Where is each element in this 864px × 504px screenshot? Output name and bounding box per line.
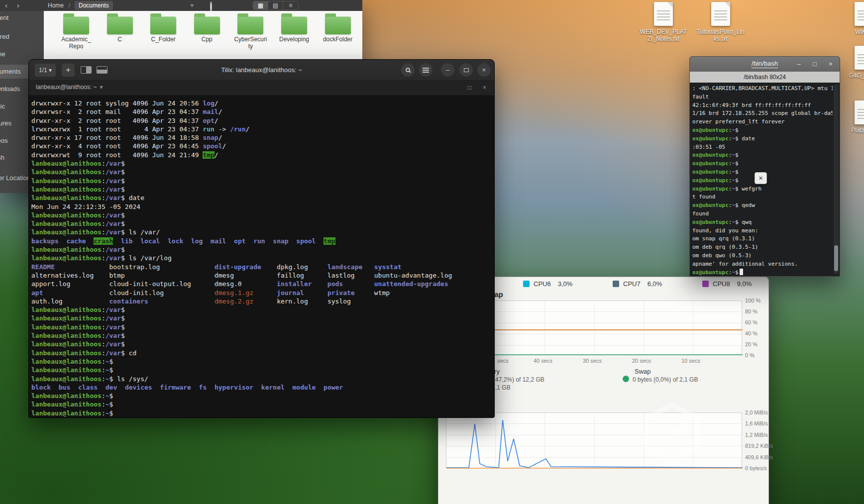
breadcrumb-current[interactable]: Documents <box>75 1 113 10</box>
folder-label: dockFolder <box>321 36 355 43</box>
terminal-line: lanbeaux@lanithoos:/var$ <box>31 245 494 254</box>
folder-icon <box>150 16 176 34</box>
desktop-icon-platzi-no[interactable]: Platzi_No <box>839 101 864 134</box>
memory-cache-value: ,1 GB <box>495 384 511 391</box>
minimize-button[interactable]: – <box>441 63 454 77</box>
view-list-button[interactable]: ▤ <box>268 1 283 9</box>
folder-label: Developing <box>277 36 311 43</box>
cpu-percent-value: 3,0% <box>558 280 573 288</box>
terminal-line: om deb qrq (0.3.5-1) <box>692 243 833 252</box>
terminal-line: t found <box>692 193 833 202</box>
terminal-line: README bootstrap.log dist-upgrade dpkg.l… <box>31 263 494 271</box>
maximize-button[interactable]: □ <box>810 59 820 69</box>
maximize-button[interactable] <box>459 63 473 77</box>
desktop-icon-wiki-l[interactable]: WIKI-L <box>839 2 864 35</box>
bash-window: /bin/bash – □ × /bin/bash 80x24 : <NO-CA… <box>689 56 840 277</box>
folder-developing[interactable]: Developing <box>273 13 316 43</box>
scrollbar[interactable] <box>834 85 839 274</box>
hamburger-menu-icon <box>423 70 429 71</box>
bash-size-indicator: /bin/bash 80x24 <box>690 72 840 83</box>
memory-chart-x-label: 40 secs <box>534 358 552 364</box>
network-chart-y-label: 1,6 MiB/s <box>745 420 768 426</box>
search-icon[interactable] <box>210 2 212 11</box>
folder-cpp[interactable]: Cpp <box>186 13 228 43</box>
terminal-line: lanbeaux@lanithoos:~$ ls /sys/ <box>31 375 494 383</box>
terminal-line: 1/16 brd 172.18.255.255 scope global br-… <box>692 109 833 118</box>
terminal-line: orever preferred_lft forever <box>692 118 833 126</box>
terminal-line: lanbeaux@lanithoos:/var$ <box>31 314 494 322</box>
terminal-line: block bus class dev devices firmware fs … <box>31 383 494 392</box>
folder-cybersecurity[interactable]: CyberSecurity <box>229 13 272 50</box>
terminal-line: fault <box>692 93 833 101</box>
new-tab-button[interactable]: + <box>190 1 194 9</box>
memory-chart-y-label: 40 % <box>745 330 757 336</box>
session-close-button[interactable]: × <box>483 84 486 91</box>
desktop-icon-label: WIKI-L <box>839 28 864 35</box>
desktop-icon-label: Platzi_No <box>839 127 864 134</box>
tilix-titlebar[interactable]: 1/1 ▾ + Tilix: lanbeaux@lanithoos: ~ – × <box>29 60 494 81</box>
cpu-legend-cpu6: CPU63,0% <box>523 280 572 288</box>
terminal-line: drwxrwsr-x 2 root mail 4096 Apr 23 04:37… <box>31 107 494 116</box>
search-button[interactable] <box>401 63 415 77</box>
folder-label: CyberSecurity <box>233 36 267 50</box>
scrollbar-thumb[interactable] <box>834 245 838 271</box>
desktop-icon-g4g-read[interactable]: G4G_Read <box>839 46 864 79</box>
minimize-button[interactable]: – <box>794 59 804 69</box>
view-grid-button[interactable]: ▦ <box>253 1 268 9</box>
terminal-line: lanbeaux@lanithoos:~$ <box>31 366 494 374</box>
terminal-line: 42:1c:6f:49:3f brd ff:ff:ff:ff:ff:ff <box>692 101 833 110</box>
text-file-icon <box>855 101 864 124</box>
folder-dockfolder[interactable]: dockFolder <box>317 13 359 43</box>
terminal-line: found, did you mean: <box>692 227 833 235</box>
terminal-line: drwxr-xr-x 2 root root 4096 Apr 23 04:37… <box>31 116 494 125</box>
memory-chart-y-label: 100 % <box>745 298 760 303</box>
swap-label: Swap <box>635 368 651 375</box>
terminal-line: lanbeaux@lanithoos:/var$ <box>31 211 494 219</box>
swap-usage-circle <box>623 376 629 382</box>
desktop-icon-tutorialspoint-links-txt[interactable]: TutorialsPoint_Links.txt <box>696 2 746 42</box>
cpu-percent-value: 9,0% <box>737 280 752 288</box>
session-tab[interactable]: lanbeaux@lanithoos: ~▾ <box>36 84 103 91</box>
folder-icon <box>281 16 307 34</box>
close-button[interactable]: × <box>826 59 836 69</box>
cpu-color-swatch <box>613 281 619 287</box>
terminal-line: lanbeaux@lanithoos:/var$ <box>31 159 494 168</box>
terminal-line: lanbeaux@lanithoos:/var$ <box>31 185 494 194</box>
menu-button[interactable] <box>419 63 432 77</box>
back-button[interactable]: ‹ <box>5 0 7 10</box>
desktop-icon-web-dev-platzi-notes-txt[interactable]: WEB_DEV_PLATZI_Notes.txt <box>639 2 688 42</box>
bash-window-titlebar[interactable]: /bin/bash – □ × <box>690 57 840 72</box>
terminal-line: ox@ubuntupc:~$ <box>692 151 833 160</box>
text-file-icon <box>654 2 673 26</box>
tilix-terminal-output[interactable]: drwxrwxr-x 12 root syslog 4096 Jun 24 20… <box>29 96 494 417</box>
network-traffic-lines <box>446 413 743 469</box>
terminal-line: apport.log cloud-init-output.log dmesg.0… <box>31 280 494 288</box>
close-button[interactable]: × <box>477 63 491 77</box>
tilix-window: 1/1 ▾ + Tilix: lanbeaux@lanithoos: ~ – ×… <box>28 59 495 418</box>
folder-icon <box>325 16 351 34</box>
view-compact-button[interactable]: ≡ <box>283 1 298 9</box>
forward-button[interactable]: › <box>17 0 19 10</box>
memory-chart-y-label: 20 % <box>745 341 757 347</box>
terminal-line: ox@ubuntupc:~$ <box>692 269 833 276</box>
terminal-line: :03:51 -05 <box>692 143 833 152</box>
terminal-line: lanbeaux@lanithoos:/var$ ls /var/ <box>31 228 494 236</box>
cpu-legend-cpu7: CPU76,0% <box>613 280 662 288</box>
terminal-line: lrwxrwxrwx 1 root root 4 Apr 23 04:37 ru… <box>31 125 494 133</box>
file-manager-toolbar[interactable]: ‹ › Home / Documents + ▦ ▤ ≡ <box>0 0 362 11</box>
terminal-line: lanbeaux@lanithoos:/var$ date <box>31 194 494 202</box>
folder-label: C <box>103 36 137 43</box>
folder-c_folder[interactable]: C_Folder <box>142 13 185 43</box>
session-maximize-button[interactable]: □ <box>468 84 471 91</box>
terminal-line: drwxrwxr-x 12 root syslog 4096 Jun 24 20… <box>31 99 494 107</box>
network-chart-y-label: 1,2 MiB/s <box>745 432 768 438</box>
swap-usage-value: 0 bytes (0,0%) of 2,1 GB <box>633 376 698 383</box>
terminal-line: lanbeaux@lanithoos:/var$ <box>31 340 494 348</box>
network-chart-y-label: 819,2 KiB/s <box>745 443 773 449</box>
overlay-close-button[interactable]: × <box>755 172 767 184</box>
breadcrumb-home[interactable]: Home <box>48 1 64 10</box>
folder-academic_repo[interactable]: Academic_Repo <box>55 13 98 50</box>
sidebar-item-recent[interactable]: Recent <box>0 11 44 25</box>
sidebar-item-starred[interactable]: Starred <box>0 30 44 44</box>
folder-c[interactable]: C <box>99 13 141 43</box>
